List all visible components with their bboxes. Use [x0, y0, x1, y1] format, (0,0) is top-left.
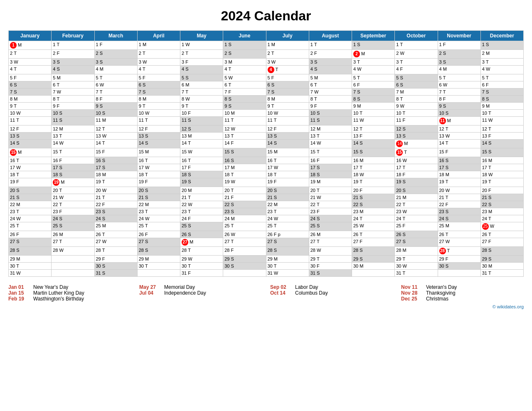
calendar-cell: 7T: [180, 89, 223, 96]
day-number: 4: [396, 66, 399, 71]
day-dow: W: [317, 248, 321, 253]
day-number: 2: [139, 51, 141, 56]
day-dow: S: [16, 133, 19, 138]
calendar-cell: 16F: [52, 157, 94, 164]
day-dow: S: [145, 188, 148, 193]
day-dow: T: [143, 51, 145, 56]
day-dow: W: [446, 239, 450, 244]
day-number: 14: [482, 140, 487, 145]
day-number: 16: [139, 158, 144, 163]
day-dow: S: [360, 195, 362, 200]
day-number: 17: [353, 165, 358, 170]
calendar-cell: 18W: [480, 171, 523, 178]
day-dow: T: [59, 239, 62, 244]
day-number: 21: [268, 195, 273, 200]
day-dow: S: [317, 165, 320, 170]
day-dow: W: [59, 195, 64, 200]
day-number: 13: [224, 133, 229, 138]
calendar-cell: 2S: [438, 50, 480, 59]
day-dow: S: [143, 89, 145, 94]
calendar-cell: 5M: [309, 74, 352, 81]
calendar-cell: 18M: [438, 171, 480, 178]
day-number: 8: [396, 96, 399, 101]
day-number: 16: [353, 158, 358, 163]
calendar-cell: 6F: [480, 81, 523, 89]
day-number: 12: [139, 126, 144, 131]
day-number: 17: [310, 165, 315, 170]
day-number: 2: [482, 51, 485, 56]
day-number: 17: [53, 165, 58, 170]
holiday-date: Dec 25: [401, 296, 423, 302]
day-number: 10: [439, 111, 444, 116]
day-dow: S: [145, 133, 148, 138]
day-number: 23: [224, 209, 229, 214]
day-dow: S: [317, 172, 320, 177]
holiday-name: Memorial Day: [164, 284, 195, 290]
day-number: 19: [182, 179, 187, 184]
calendar-cell: 14S: [480, 140, 523, 148]
day-number: 26: [482, 232, 487, 237]
day-dow: S: [400, 82, 403, 87]
calendar-cell: 18F: [395, 171, 438, 178]
day-number: 7: [396, 89, 399, 94]
day-dow: T: [16, 263, 19, 268]
calendar-cell: 21F: [223, 194, 266, 201]
day-number: 26: [310, 232, 315, 237]
calendar-cell: 3W: [137, 59, 180, 66]
day-number: 8: [439, 96, 442, 101]
day-number: 16: [182, 158, 187, 163]
day-number: 24: [482, 216, 487, 221]
calendar-cell: 12T: [438, 126, 480, 133]
day-number: 1: [224, 42, 227, 47]
calendar-table: JanuaryFebruaryMarchAprilMayJuneJulyAugu…: [8, 30, 524, 277]
holiday-date: Nov 28: [401, 290, 423, 296]
day-dow: S: [228, 51, 231, 56]
footer: © wikidates.org: [8, 304, 524, 309]
day-dow: S: [16, 239, 19, 244]
day-dow: T: [357, 75, 360, 80]
day-number: 18: [53, 172, 58, 177]
day-dow: S: [486, 96, 489, 101]
day-dow: S: [403, 133, 406, 138]
calendar-cell: 9T: [266, 103, 309, 110]
day-number: 4: [268, 66, 274, 73]
day-dow: T: [145, 172, 148, 177]
calendar-cell: 13S: [395, 133, 438, 140]
day-dow: T: [188, 158, 191, 163]
day-number: 8: [96, 96, 99, 101]
day-dow: M: [447, 118, 451, 123]
calendar-cell: 21W: [309, 194, 352, 201]
day-number: 31: [482, 271, 487, 276]
calendar-cell: 8T: [52, 96, 94, 103]
day-number: 27: [482, 239, 487, 244]
day-dow: T: [314, 82, 317, 87]
calendar-cell: 1W: [180, 41, 223, 50]
calendar-cell: 30S: [438, 263, 480, 270]
calendar-cell: 10W: [137, 110, 180, 117]
calendar-cell: 12T: [352, 126, 395, 133]
day-number: 23: [396, 209, 401, 214]
day-number: 24: [310, 216, 315, 221]
day-dow: W: [102, 239, 106, 244]
calendar-cell: 28S: [137, 247, 180, 256]
calendar-cell: 29S: [352, 256, 395, 263]
day-dow: S: [59, 172, 62, 177]
day-dow: T: [488, 126, 491, 131]
holiday-name: Labor Day: [295, 284, 318, 290]
day-number: 15: [353, 149, 358, 154]
day-number: 19: [139, 179, 144, 184]
day-number: 30: [182, 263, 187, 268]
calendar-cell: 22T: [395, 201, 438, 208]
day-number: 11: [353, 118, 358, 123]
calendar-cell: 26T: [480, 231, 523, 238]
calendar-cell: 23T: [9, 208, 52, 215]
month-header-december: December: [480, 31, 523, 41]
day-dow: T: [14, 103, 17, 108]
day-number: 19: [268, 179, 273, 184]
calendar-cell: 16T: [137, 157, 180, 164]
day-number: 8: [139, 96, 141, 101]
day-dow: S: [188, 118, 191, 123]
calendar-cell: 12F: [137, 126, 180, 133]
calendar-cell: 19W: [223, 178, 266, 187]
calendar-cell: 28F: [223, 247, 266, 256]
